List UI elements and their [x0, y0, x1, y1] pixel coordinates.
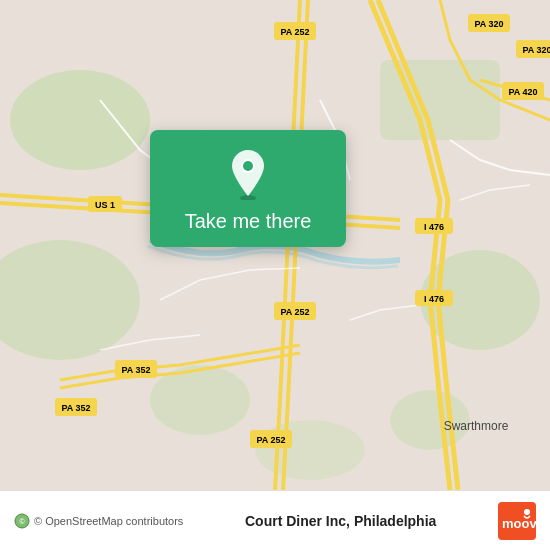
moovit-icon: moovit: [498, 502, 536, 540]
svg-text:Swarthmore: Swarthmore: [444, 419, 509, 433]
svg-text:PA 252: PA 252: [256, 435, 285, 445]
svg-text:PA 352: PA 352: [121, 365, 150, 375]
svg-text:moovit: moovit: [502, 516, 536, 531]
svg-text:©: ©: [19, 518, 25, 525]
take-me-there-button[interactable]: Take me there: [185, 210, 312, 233]
svg-text:I 476: I 476: [424, 294, 444, 304]
svg-text:I 476: I 476: [424, 222, 444, 232]
svg-point-1: [10, 70, 150, 170]
svg-text:PA 320: PA 320: [474, 19, 503, 29]
map-area: PA 252 PA 252 PA 252 US 1 I 476 I 476 PA…: [0, 0, 550, 490]
svg-text:PA 252: PA 252: [280, 307, 309, 317]
attribution-text: © OpenStreetMap contributors: [34, 515, 183, 527]
place-info: Court Diner Inc, Philadelphia: [245, 513, 436, 529]
svg-text:PA 320: PA 320: [522, 45, 550, 55]
take-me-there-card[interactable]: Take me there: [150, 130, 346, 247]
bottom-bar: © © OpenStreetMap contributors Court Din…: [0, 490, 550, 550]
moovit-logo: moovit: [498, 502, 536, 540]
svg-text:US 1: US 1: [95, 200, 115, 210]
svg-text:PA 352: PA 352: [61, 403, 90, 413]
attribution: © © OpenStreetMap contributors: [14, 513, 183, 529]
svg-point-7: [255, 420, 365, 480]
osm-logo-icon: ©: [14, 513, 30, 529]
svg-point-32: [242, 160, 254, 172]
svg-text:PA 252: PA 252: [280, 27, 309, 37]
place-name: Court Diner Inc, Philadelphia: [245, 513, 436, 529]
location-pin-icon: [226, 148, 270, 200]
svg-point-37: [524, 509, 530, 515]
svg-text:PA 420: PA 420: [508, 87, 537, 97]
